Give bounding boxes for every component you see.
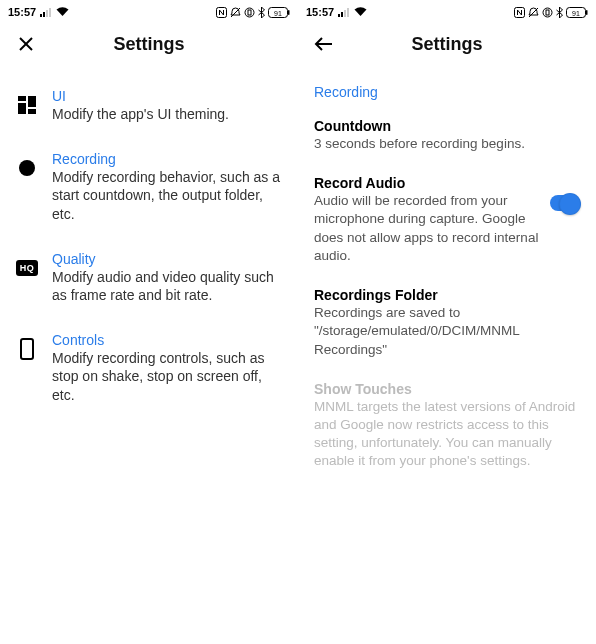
vibrate-icon (542, 7, 553, 18)
svg-rect-15 (18, 103, 26, 114)
mute-icon (230, 7, 241, 18)
setting-desc: MNML targets the latest versions of Andr… (314, 398, 580, 471)
vibrate-icon (244, 7, 255, 18)
item-desc: Modify the app's UI theming. (52, 105, 282, 123)
item-desc: Modify audio and video quality such as f… (52, 268, 282, 304)
page-title: Settings (0, 34, 298, 55)
battery-icon: 91 (566, 7, 588, 18)
item-title: Recording (52, 151, 282, 167)
svg-rect-17 (338, 14, 340, 17)
settings-item-recording[interactable]: Recording Modify recording behavior, suc… (16, 139, 282, 239)
signal-icon (40, 8, 52, 17)
setting-title: Show Touches (314, 381, 580, 397)
item-desc: Modify recording controls, such as stop … (52, 349, 282, 404)
svg-rect-26 (586, 10, 588, 15)
back-button[interactable] (314, 34, 334, 54)
phone-icon (16, 338, 38, 360)
svg-rect-9 (288, 10, 290, 15)
svg-text:91: 91 (274, 9, 282, 16)
settings-item-ui[interactable]: UI Modify the app's UI theming. (16, 76, 282, 139)
setting-title: Record Audio (314, 175, 542, 191)
svg-point-6 (245, 8, 254, 17)
svg-text:91: 91 (572, 9, 580, 16)
svg-rect-20 (347, 8, 349, 17)
page-title: Settings (298, 34, 596, 55)
section-header: Recording (314, 76, 580, 110)
item-title: Controls (52, 332, 282, 348)
setting-desc: Recordings are saved to "/storage/emulat… (314, 304, 580, 359)
svg-point-23 (543, 8, 552, 17)
svg-rect-19 (344, 10, 346, 17)
settings-main-pane: 15:57 91 Settings UI (0, 0, 298, 644)
status-time: 15:57 (8, 6, 36, 18)
status-bar: 15:57 91 (298, 0, 596, 22)
nfc-icon (514, 7, 525, 18)
setting-title: Countdown (314, 118, 580, 134)
bluetooth-icon (258, 7, 265, 18)
setting-title: Recordings Folder (314, 287, 580, 303)
item-desc: Modify recording behavior, such as a sta… (52, 168, 282, 223)
svg-rect-18 (341, 12, 343, 17)
close-button[interactable] (16, 34, 36, 54)
dashboard-icon (16, 94, 38, 116)
battery-icon: 91 (268, 7, 290, 18)
setting-desc: Audio will be recorded from your microph… (314, 192, 542, 265)
mute-icon (528, 7, 539, 18)
bluetooth-icon (556, 7, 563, 18)
svg-rect-0 (40, 14, 42, 17)
svg-rect-3 (49, 8, 51, 17)
record-audio-toggle[interactable] (550, 195, 580, 211)
hq-icon: HQ (16, 257, 38, 279)
status-bar: 15:57 91 (0, 0, 298, 22)
status-time: 15:57 (306, 6, 334, 18)
svg-rect-1 (43, 12, 45, 17)
wifi-icon (56, 7, 69, 17)
svg-rect-13 (18, 96, 26, 101)
settings-item-controls[interactable]: Controls Modify recording controls, such… (16, 320, 282, 420)
svg-rect-16 (28, 109, 36, 114)
setting-show-touches: Show Touches MNML targets the latest ver… (314, 373, 580, 485)
item-title: UI (52, 88, 282, 104)
setting-recordings-folder[interactable]: Recordings Folder Recordings are saved t… (314, 279, 580, 373)
setting-desc: 3 seconds before recording begins. (314, 135, 580, 153)
settings-recording-pane: 15:57 91 Settings Recording Countdown (298, 0, 596, 644)
svg-rect-24 (546, 10, 549, 15)
wifi-icon (354, 7, 367, 17)
header: Settings (0, 22, 298, 66)
settings-item-quality[interactable]: HQ Quality Modify audio and video qualit… (16, 239, 282, 320)
setting-countdown[interactable]: Countdown 3 seconds before recording beg… (314, 110, 580, 167)
item-title: Quality (52, 251, 282, 267)
setting-record-audio[interactable]: Record Audio Audio will be recorded from… (314, 167, 580, 279)
svg-rect-7 (248, 10, 251, 15)
header: Settings (298, 22, 596, 66)
svg-rect-14 (28, 96, 36, 107)
nfc-icon (216, 7, 227, 18)
svg-rect-2 (46, 10, 48, 17)
record-icon (16, 157, 38, 179)
signal-icon (338, 8, 350, 17)
